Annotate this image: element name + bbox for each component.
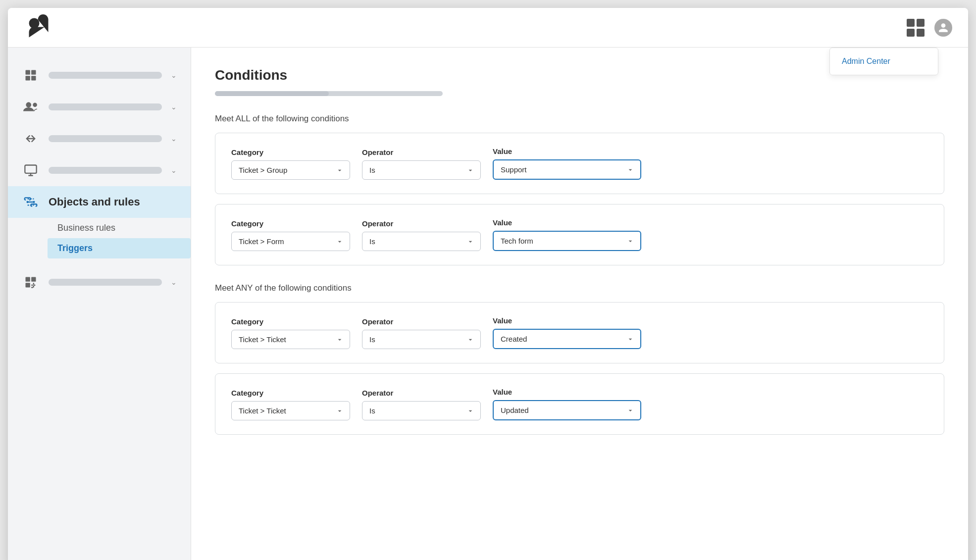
svg-point-6: [33, 102, 37, 107]
any-condition-2: Category Ticket > Group Ticket > Form Ti…: [215, 373, 944, 435]
value-label-any-2: Value: [493, 388, 641, 396]
sidebar-submenu: Business rules Triggers: [8, 218, 191, 258]
zendesk-logo: [24, 13, 53, 43]
sidebar-item-users[interactable]: ⌄: [8, 91, 191, 123]
all-2-value-field: Value Tech form Support form General for…: [493, 218, 641, 251]
all-1-operator-field: Operator Is Is not: [362, 148, 481, 180]
all-conditions-label: Meet ALL of the following conditions: [215, 114, 944, 124]
sidebar-item-objects-rules[interactable]: Objects and rules: [8, 186, 191, 218]
objects-rules-icon: [22, 193, 40, 211]
sidebar-label-apps: [49, 279, 162, 286]
submenu-business-rules: Business rules: [48, 218, 191, 238]
sidebar-label-users: [49, 103, 162, 110]
category-label-any-2: Category: [231, 389, 350, 397]
all-2-value-select[interactable]: Tech form Support form General form: [493, 231, 641, 251]
sidebar-objects-rules-label: Objects and rules: [49, 196, 140, 208]
chevron-arrows: ⌄: [171, 135, 177, 143]
all-1-operator-select[interactable]: Is Is not: [362, 160, 481, 180]
svg-rect-3: [26, 76, 30, 80]
operator-label-any-2: Operator: [362, 389, 481, 397]
chevron-monitor: ⌄: [171, 166, 177, 174]
any-1-category-field: Category Ticket > Group Ticket > Form Ti…: [231, 317, 350, 349]
svg-point-0: [29, 18, 40, 28]
top-bar: Admin Center: [8, 8, 968, 48]
all-condition-2: Category Ticket > Group Ticket > Form Ti…: [215, 204, 944, 265]
category-label-all-2: Category: [231, 219, 350, 228]
admin-center-dropdown: Admin Center: [829, 48, 938, 75]
any-1-value-field: Value Created Updated Solved: [493, 316, 641, 349]
all-1-value-select[interactable]: Support Sales Tech: [493, 159, 641, 180]
operator-label-any-1: Operator: [362, 317, 481, 326]
sidebar-label-monitor: [49, 167, 162, 174]
any-1-operator-field: Operator Is Is not: [362, 317, 481, 349]
users-icon: [22, 98, 40, 116]
any-2-operator-select[interactable]: Is Is not: [362, 401, 481, 420]
value-label-any-1: Value: [493, 316, 641, 325]
sidebar-item-monitor[interactable]: ⌄: [8, 154, 191, 186]
any-1-value-select[interactable]: Created Updated Solved: [493, 329, 641, 349]
chevron-apps: ⌄: [171, 278, 177, 286]
all-conditions-section: Meet ALL of the following conditions Cat…: [215, 114, 944, 265]
sidebar-item-arrows[interactable]: ⌄: [8, 123, 191, 154]
any-2-value-select[interactable]: Created Updated Solved: [493, 400, 641, 420]
operator-label-all-2: Operator: [362, 219, 481, 228]
all-2-category-field: Category Ticket > Group Ticket > Form Ti…: [231, 219, 350, 251]
svg-rect-1: [26, 70, 30, 75]
category-label-any-1: Category: [231, 317, 350, 326]
all-1-category-field: Category Ticket > Group Ticket > Form Ti…: [231, 148, 350, 180]
category-label-all-1: Category: [231, 148, 350, 156]
svg-rect-2: [31, 70, 36, 75]
any-conditions-section: Meet ANY of the following conditions Cat…: [215, 283, 944, 435]
top-bar-actions: [907, 19, 952, 37]
all-1-value-field: Value Support Sales Tech: [493, 147, 641, 180]
sidebar-item-apps[interactable]: ⌄: [8, 266, 191, 298]
monitor-icon: [22, 161, 40, 179]
all-2-category-select[interactable]: Ticket > Group Ticket > Form Ticket > Ti…: [231, 232, 350, 251]
any-2-category-select[interactable]: Ticket > Group Ticket > Form Ticket > Ti…: [231, 401, 350, 420]
all-1-category-select[interactable]: Ticket > Group Ticket > Form Ticket > Ti…: [231, 160, 350, 180]
apps-icon: [22, 273, 40, 291]
user-avatar[interactable]: [934, 19, 952, 37]
main-content: Conditions Meet ALL of the following con…: [191, 48, 968, 560]
submenu-triggers[interactable]: Triggers: [48, 238, 191, 258]
all-condition-2-row: Category Ticket > Group Ticket > Form Ti…: [231, 218, 928, 251]
building-icon: [22, 66, 40, 84]
app-window: Admin Center ⌄ ⌄: [8, 8, 968, 560]
any-condition-2-row: Category Ticket > Group Ticket > Form Ti…: [231, 388, 928, 420]
admin-center-link[interactable]: Admin Center: [830, 48, 938, 75]
all-condition-1: Category Ticket > Group Ticket > Form Ti…: [215, 133, 944, 194]
all-2-operator-select[interactable]: Is Is not: [362, 232, 481, 251]
any-1-operator-select[interactable]: Is Is not: [362, 330, 481, 349]
main-layout: ⌄ ⌄ ⌄: [8, 48, 968, 560]
sidebar: ⌄ ⌄ ⌄: [8, 48, 191, 560]
any-1-category-select[interactable]: Ticket > Group Ticket > Form Ticket > Ti…: [231, 330, 350, 349]
sidebar-label-building: [49, 72, 162, 79]
sidebar-item-building[interactable]: ⌄: [8, 59, 191, 91]
grid-menu-icon[interactable]: [907, 19, 925, 37]
logo-area: [24, 13, 53, 43]
operator-label-all-1: Operator: [362, 148, 481, 156]
progress-bar-track: [215, 91, 443, 96]
all-condition-1-row: Category Ticket > Group Ticket > Form Ti…: [231, 147, 928, 180]
svg-rect-11: [31, 277, 36, 282]
progress-bar-fill: [215, 91, 329, 96]
value-label-all-2: Value: [493, 218, 641, 227]
chevron-users: ⌄: [171, 103, 177, 111]
any-condition-1-row: Category Ticket > Group Ticket > Form Ti…: [231, 316, 928, 349]
svg-rect-4: [31, 76, 36, 80]
any-2-operator-field: Operator Is Is not: [362, 389, 481, 420]
svg-rect-7: [25, 165, 36, 173]
any-condition-1: Category Ticket > Group Ticket > Form Ti…: [215, 302, 944, 363]
svg-rect-10: [26, 277, 30, 282]
all-2-operator-field: Operator Is Is not: [362, 219, 481, 251]
sidebar-label-arrows: [49, 135, 162, 142]
svg-point-5: [26, 102, 31, 107]
chevron-building: ⌄: [171, 71, 177, 79]
value-label-all-1: Value: [493, 147, 641, 155]
any-2-value-field: Value Created Updated Solved: [493, 388, 641, 420]
svg-rect-12: [26, 283, 30, 287]
any-conditions-label: Meet ANY of the following conditions: [215, 283, 944, 293]
any-2-category-field: Category Ticket > Group Ticket > Form Ti…: [231, 389, 350, 420]
arrows-icon: [22, 130, 40, 148]
